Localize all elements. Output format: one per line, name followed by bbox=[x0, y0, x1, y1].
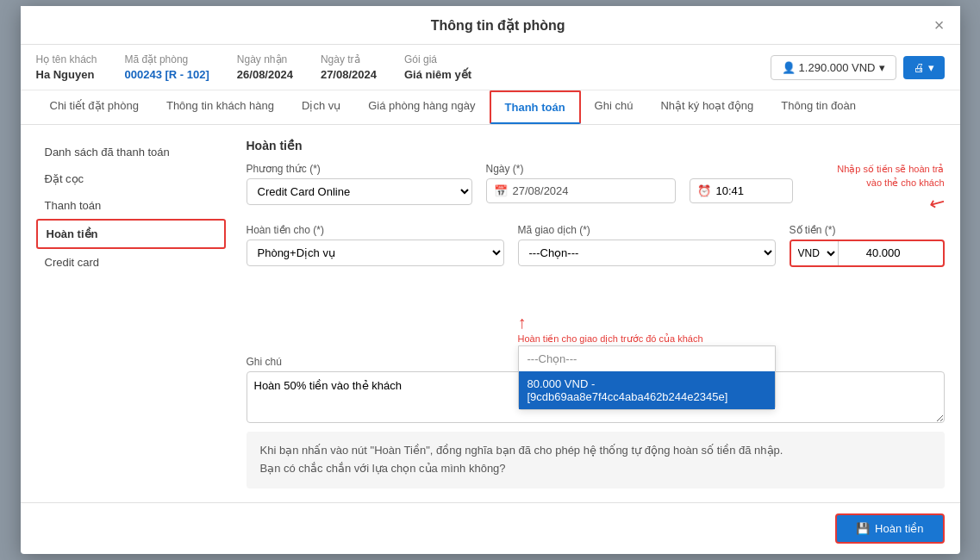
checkin-info: Ngày nhận 26/08/2024 bbox=[237, 53, 293, 81]
left-item-danh-sach[interactable]: Danh sách đã thanh toán bbox=[36, 139, 226, 165]
close-button[interactable]: × bbox=[934, 16, 945, 34]
checkout-info: Ngày trả 27/08/2024 bbox=[321, 53, 377, 81]
calendar-icon: 📅 bbox=[494, 184, 508, 197]
print-button[interactable]: 🖨 ▾ bbox=[903, 56, 945, 79]
confirm-line1: Khi bạn nhấn vào nút "Hoàn Tiền", đồng n… bbox=[260, 444, 783, 457]
tab-khach-hang[interactable]: Thông tin khách hàng bbox=[153, 90, 288, 124]
checkin-value: 26/08/2024 bbox=[237, 68, 293, 81]
arrow-down-icon: ↙ bbox=[924, 189, 949, 216]
checkout-label: Ngày trả bbox=[321, 53, 377, 65]
date-group: Ngày (*) 📅 27/08/2024 bbox=[486, 163, 676, 203]
dropdown-option-80k[interactable]: 80.000 VND - [9cdb69aa8e7f4cc4aba462b244… bbox=[519, 371, 775, 409]
footer-actions: 💾 Hoàn tiền bbox=[21, 502, 960, 554]
guest-label: Họ tên khách bbox=[36, 53, 97, 65]
chevron-down-icon: ▾ bbox=[879, 61, 885, 74]
person-icon: 👤 bbox=[782, 61, 796, 74]
price-label: Gói giá bbox=[404, 53, 471, 65]
date-label: Ngày (*) bbox=[486, 163, 676, 175]
transaction-group: Mã giao dịch (*) ---Chọn--- 80.000 VND -… bbox=[518, 224, 776, 345]
tab-nhat-ky[interactable]: Nhật ký hoạt động bbox=[646, 90, 767, 124]
amount-input[interactable] bbox=[839, 241, 908, 264]
method-select[interactable]: Credit Card Online Cash Bank Transfer bbox=[247, 178, 472, 205]
right-panel: Hoàn tiền Phương thức (*) Credit Card On… bbox=[247, 139, 945, 488]
room-code-label: Mã đặt phòng bbox=[125, 53, 209, 65]
left-item-thanh-toan[interactable]: Thanh toán bbox=[36, 192, 226, 219]
booking-actions: 👤 1.290.000 VND ▾ 🖨 ▾ bbox=[771, 55, 945, 80]
refund-for-select[interactable]: Phòng+Dịch vụ Phòng Dịch vụ bbox=[247, 240, 504, 266]
guest-value: Ha Nguyen bbox=[36, 68, 97, 81]
amount-group: Số tiền (*) VND bbox=[790, 224, 945, 267]
clock-icon: ⏰ bbox=[697, 184, 711, 197]
checkin-label: Ngày nhận bbox=[237, 53, 293, 65]
time-input[interactable]: ⏰ 10:41 bbox=[690, 178, 793, 203]
date-input[interactable]: 📅 27/08/2024 bbox=[486, 178, 676, 203]
left-item-credit-card[interactable]: Credit card bbox=[36, 249, 226, 276]
method-group: Phương thức (*) Credit Card Online Cash … bbox=[247, 163, 472, 205]
tab-chi-tiet[interactable]: Chi tiết đặt phòng bbox=[36, 90, 153, 124]
section-title: Hoàn tiền bbox=[247, 139, 945, 152]
save-icon: 💾 bbox=[856, 522, 870, 535]
annotation-dropdown: Hoàn tiền cho giao dịch trước đó của khá… bbox=[518, 333, 703, 345]
time-value: 10:41 bbox=[716, 184, 745, 197]
print-icon: 🖨 bbox=[914, 61, 925, 74]
left-panel: Danh sách đã thanh toán Đặt cọc Thanh to… bbox=[36, 139, 226, 488]
tab-gia-phong[interactable]: Giá phòng hàng ngày bbox=[354, 90, 489, 124]
tab-thanh-toan[interactable]: Thanh toán bbox=[490, 90, 581, 124]
tab-bar: Chi tiết đặt phòng Thông tin khách hàng … bbox=[21, 90, 960, 125]
annotation-top-right: Nhập số tiền sẽ hoàn trảvào thẻ cho khác… bbox=[837, 163, 944, 190]
confirm-box: Khi bạn nhấn vào nút "Hoàn Tiền", đồng n… bbox=[247, 432, 945, 488]
dropdown-option-choose[interactable]: ---Chọn--- bbox=[519, 346, 775, 371]
submit-label: Hoàn tiền bbox=[875, 522, 923, 535]
refund-for-group: Hoàn tiền cho (*) Phòng+Dịch vụ Phòng Dị… bbox=[247, 224, 504, 266]
refund-for-label: Hoàn tiền cho (*) bbox=[247, 224, 504, 236]
left-item-hoan-tien[interactable]: Hoàn tiền bbox=[36, 219, 226, 249]
tab-thong-tin-doan[interactable]: Thông tin đoàn bbox=[767, 90, 870, 124]
checkout-value: 27/08/2024 bbox=[321, 68, 377, 81]
confirm-line2: Bạn có chắc chắn với lựa chọn của mình k… bbox=[260, 462, 506, 475]
tab-dich-vu[interactable]: Dịch vụ bbox=[288, 90, 354, 124]
room-code-value: 000243 [R - 102] bbox=[125, 68, 209, 81]
time-group: ⏰ 10:41 bbox=[690, 163, 793, 203]
price-info: Gói giá Giá niêm yết bbox=[404, 53, 471, 81]
transaction-dropdown: ---Chọn--- 80.000 VND - [9cdb69aa8e7f4cc… bbox=[518, 345, 776, 410]
left-item-dat-coc[interactable]: Đặt cọc bbox=[36, 165, 226, 192]
currency-select[interactable]: VND bbox=[791, 241, 839, 265]
modal-title: Thông tin đặt phòng bbox=[62, 17, 934, 34]
price-value: Giá niêm yết bbox=[404, 68, 471, 81]
amount-label: 1.290.000 VND bbox=[799, 61, 876, 74]
print-chevron-icon: ▾ bbox=[928, 61, 934, 74]
amount-button[interactable]: 👤 1.290.000 VND ▾ bbox=[771, 55, 896, 80]
guest-info: Họ tên khách Ha Nguyen bbox=[36, 53, 97, 81]
amount-label-text: Số tiền (*) bbox=[790, 224, 945, 236]
date-value: 27/08/2024 bbox=[513, 184, 569, 197]
submit-button[interactable]: 💾 Hoàn tiền bbox=[835, 513, 944, 544]
tab-ghi-chu[interactable]: Ghi chú bbox=[581, 90, 647, 124]
transaction-label: Mã giao dịch (*) bbox=[518, 224, 776, 236]
time-label bbox=[690, 163, 793, 175]
arrow-down-2-icon: ↑ bbox=[518, 313, 527, 333]
transaction-select[interactable]: ---Chọn--- 80.000 VND - [9cdb69aa8e7f4cc… bbox=[518, 240, 776, 266]
method-label: Phương thức (*) bbox=[247, 163, 472, 175]
room-code-info: Mã đặt phòng 000243 [R - 102] bbox=[125, 53, 209, 81]
